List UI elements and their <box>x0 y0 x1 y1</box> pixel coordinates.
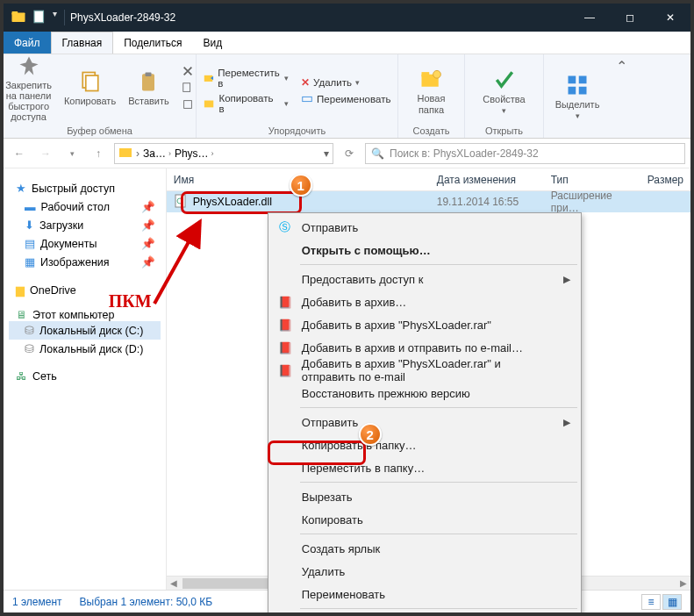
address-field[interactable]: › За…› Phys…› ▾ <box>114 143 333 164</box>
folder-icon <box>11 9 26 27</box>
nav-desktop[interactable]: ▬Рабочий стол📌 <box>9 197 161 216</box>
nav-drive-d[interactable]: ⛁Локальный диск (D:) <box>9 340 161 358</box>
context-menu: ⓈОтправить Открыть с помощью… Предостави… <box>268 212 582 616</box>
addr-dropdown-icon[interactable]: ▾ <box>324 147 329 160</box>
ctx-email-rar[interactable]: 📕Добавить в архив "PhysXLoader.rar" и от… <box>270 359 579 382</box>
delete-button[interactable]: ✕Удалить▾ <box>297 75 394 90</box>
breadcrumb-seg-2[interactable]: Phys…› <box>175 147 214 160</box>
cut-small-button[interactable] <box>178 64 197 78</box>
ctx-send[interactable]: ⓈОтправить <box>270 216 579 239</box>
svg-rect-8 <box>183 100 191 108</box>
organize-group-label: Упорядочить <box>268 124 326 136</box>
star-icon: ★ <box>16 182 26 195</box>
ctx-email-archive[interactable]: 📕Добавить в архив и отправить по e-mail… <box>270 336 579 359</box>
nav-downloads[interactable]: ⬇Загрузки📌 <box>9 216 161 234</box>
col-date[interactable]: Дата изменения <box>430 174 544 186</box>
col-name[interactable]: Имя <box>167 174 430 186</box>
svg-rect-1 <box>12 11 18 15</box>
nav-quickaccess[interactable]: ★Быстрый доступ <box>9 179 161 197</box>
select-button[interactable]: Выделить ▾ <box>552 71 604 122</box>
refresh-button[interactable]: ⟳ <box>339 143 360 164</box>
scroll-right-icon[interactable]: ▶ <box>676 578 690 588</box>
address-bar: ← → ▾ ↑ › За…› Phys…› ▾ ⟳ 🔍 Поиск в: Phy… <box>4 139 690 168</box>
col-size[interactable]: Размер <box>640 174 690 186</box>
nav-up-button[interactable]: ↑ <box>88 143 109 164</box>
cloud-icon: ▆ <box>16 283 25 297</box>
nav-back-button[interactable]: ← <box>9 143 30 164</box>
nav-pictures[interactable]: ▦Изображения📌 <box>9 253 161 271</box>
status-selected: Выбран 1 элемент: 50,0 КБ <box>80 596 213 608</box>
pin-icon: 📌 <box>141 255 155 269</box>
titlebar: ▾ PhysXLoader-2849-32 ― ◻ ✕ <box>4 4 690 32</box>
copy-label: Копировать <box>64 96 116 106</box>
pin-icon: 📌 <box>141 237 155 250</box>
file-row[interactable]: PhysXLoader.dll 19.11.2014 16:55 Расшире… <box>167 191 690 212</box>
minimize-button[interactable]: ― <box>569 4 610 32</box>
newfolder-label: Новая папка <box>418 93 446 114</box>
ctx-add-archive[interactable]: 📕Добавить в архив… <box>270 290 579 313</box>
pasteshortcut-small-button[interactable] <box>178 97 197 111</box>
properties-button[interactable]: Свойства ▾ <box>479 66 528 117</box>
ctx-create-shortcut[interactable]: Создать ярлык <box>270 537 579 560</box>
collapse-ribbon-button[interactable]: ⌃ <box>611 54 632 138</box>
document-icon: ▤ <box>25 237 35 250</box>
ctx-open-with[interactable]: Открыть с помощью… <box>270 239 579 261</box>
qat-dropdown-icon[interactable]: ▾ <box>53 9 57 27</box>
file-name: PhysXLoader.dll <box>193 196 272 208</box>
ctx-copy-to-folder[interactable]: Копировать в папку… <box>270 433 579 456</box>
newfolder-button[interactable]: Новая папка <box>414 65 449 116</box>
pin-quickaccess-button[interactable]: Закрепить на панели быстрого доступа <box>4 54 55 124</box>
col-type[interactable]: Тип <box>544 174 640 186</box>
close-button[interactable]: ✕ <box>650 4 690 32</box>
view-large-button[interactable]: ▦ <box>662 594 682 610</box>
maximize-button[interactable]: ◻ <box>610 4 650 32</box>
tab-home[interactable]: Главная <box>51 32 114 54</box>
svg-rect-2 <box>34 11 44 23</box>
qat-props-icon[interactable] <box>32 9 47 27</box>
nav-drive-c[interactable]: ⛁Локальный диск (C:) <box>9 321 161 340</box>
svg-rect-17 <box>569 86 576 94</box>
nav-network[interactable]: 🖧Сеть <box>9 370 161 383</box>
properties-label: Свойства <box>483 94 525 104</box>
drive-icon: ⛁ <box>25 342 34 355</box>
copy-button[interactable]: Копировать <box>61 68 119 108</box>
svg-rect-5 <box>142 74 154 90</box>
nav-forward-button[interactable]: → <box>35 143 56 164</box>
nav-documents[interactable]: ▤Документы📌 <box>9 234 161 253</box>
copyto-button[interactable]: Копировать в▾ <box>200 92 292 115</box>
copypath-small-button[interactable] <box>178 81 197 95</box>
ctx-send-to[interactable]: Отправить▶ <box>270 411 579 433</box>
svg-rect-13 <box>422 73 430 77</box>
ctx-copy[interactable]: Копировать <box>270 508 579 531</box>
tab-share[interactable]: Поделиться <box>113 32 192 54</box>
nav-recent-button[interactable]: ▾ <box>61 143 82 164</box>
ctx-cut[interactable]: Вырезать <box>270 485 579 508</box>
new-group-label: Создать <box>413 124 450 136</box>
ctx-properties[interactable]: Свойства <box>270 612 579 616</box>
ctx-add-rar[interactable]: 📕Добавить в архив "PhysXLoader.rar" <box>270 313 579 336</box>
ctx-delete[interactable]: Удалить <box>270 560 579 583</box>
moveto-button[interactable]: Переместить в▾ <box>200 67 292 90</box>
tab-file[interactable]: Файл <box>4 32 51 54</box>
skype-icon: Ⓢ <box>277 219 293 235</box>
ctx-restore[interactable]: Восстановить прежнюю версию <box>270 382 579 405</box>
ctx-move-to-folder[interactable]: Переместить в папку… <box>270 456 579 479</box>
search-field[interactable]: 🔍 Поиск в: PhysXLoader-2849-32 <box>365 143 685 164</box>
column-headers: Имя Дата изменения Тип Размер <box>167 168 690 191</box>
ctx-grant-access[interactable]: Предоставить доступ к▶ <box>270 268 579 290</box>
paste-button[interactable]: Вставить <box>125 68 173 108</box>
folder-icon <box>118 145 132 161</box>
nav-thispc[interactable]: 🖥Этот компьютер <box>9 309 161 321</box>
rename-button[interactable]: Переименовать <box>297 92 394 106</box>
ribbon: Закрепить на панели быстрого доступа Коп… <box>4 54 690 139</box>
nav-onedrive[interactable]: ▆OneDrive <box>9 283 161 297</box>
breadcrumb-seg-1[interactable]: За…› <box>143 147 171 160</box>
ctx-rename[interactable]: Переименовать <box>270 583 579 605</box>
scroll-left-icon[interactable]: ◀ <box>167 578 181 588</box>
svg-rect-7 <box>183 83 190 92</box>
ribbon-tabs: Файл Главная Поделиться Вид <box>4 32 690 54</box>
tab-view[interactable]: Вид <box>192 32 233 54</box>
view-details-button[interactable]: ≡ <box>641 594 661 610</box>
svg-rect-15 <box>569 75 576 83</box>
status-count: 1 элемент <box>12 596 62 608</box>
